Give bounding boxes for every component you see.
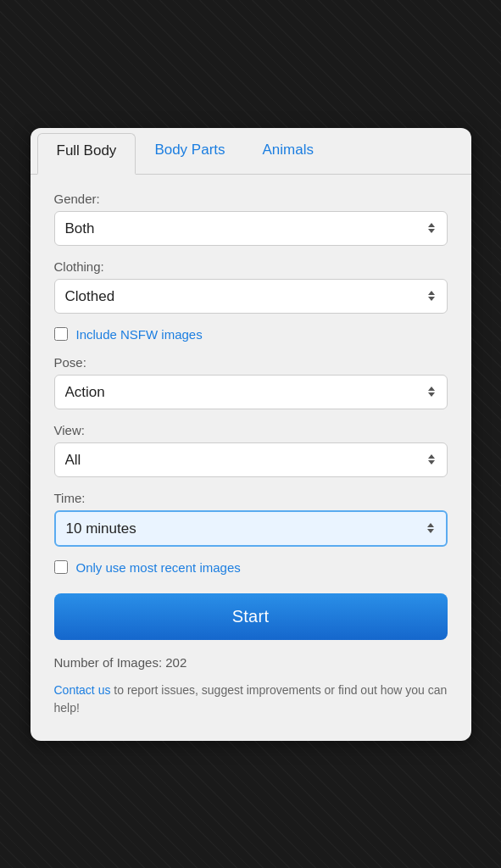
nsfw-label[interactable]: Include NSFW images	[76, 327, 203, 342]
time-select[interactable]: 30 seconds 1 minute 2 minutes 5 minutes …	[54, 510, 448, 547]
gender-group: Gender: Both Male Female	[54, 192, 448, 246]
pose-select[interactable]: Action Standing Sitting Lying	[54, 375, 448, 409]
recent-checkbox[interactable]	[54, 560, 68, 574]
footer-description: to report issues, suggest improvements o…	[54, 683, 448, 715]
nsfw-row: Include NSFW images	[54, 327, 448, 342]
main-card: Full Body Body Parts Animals Gender: Bot…	[31, 128, 471, 741]
clothing-label: Clothing:	[54, 259, 448, 274]
recent-row: Only use most recent images	[54, 560, 448, 575]
recent-label[interactable]: Only use most recent images	[76, 560, 241, 575]
form-body: Gender: Both Male Female Clothing: Cloth…	[31, 175, 471, 717]
time-group: Time: 30 seconds 1 minute 2 minutes 5 mi…	[54, 491, 448, 547]
tab-body-parts[interactable]: Body Parts	[136, 128, 243, 175]
pose-label: Pose:	[54, 355, 448, 370]
start-button[interactable]: Start	[54, 593, 448, 640]
pose-group: Pose: Action Standing Sitting Lying	[54, 355, 448, 409]
tab-full-body[interactable]: Full Body	[37, 133, 136, 175]
time-label: Time:	[54, 491, 448, 505]
image-count: Number of Images: 202	[54, 655, 448, 670]
gender-select[interactable]: Both Male Female	[54, 211, 448, 246]
view-group: View: All Front Side Back	[54, 423, 448, 477]
view-label: View:	[54, 423, 448, 437]
clothing-group: Clothing: Clothed Nude Partially Clothed	[54, 259, 448, 314]
nsfw-checkbox[interactable]	[54, 327, 68, 341]
footer-text: Contact us to report issues, suggest imp…	[54, 682, 448, 717]
view-select[interactable]: All Front Side Back	[54, 442, 448, 477]
contact-us-link[interactable]: Contact us	[54, 683, 111, 697]
gender-label: Gender:	[54, 192, 448, 206]
tab-bar: Full Body Body Parts Animals	[31, 128, 471, 175]
clothing-select[interactable]: Clothed Nude Partially Clothed	[54, 279, 448, 314]
tab-animals[interactable]: Animals	[244, 128, 332, 175]
